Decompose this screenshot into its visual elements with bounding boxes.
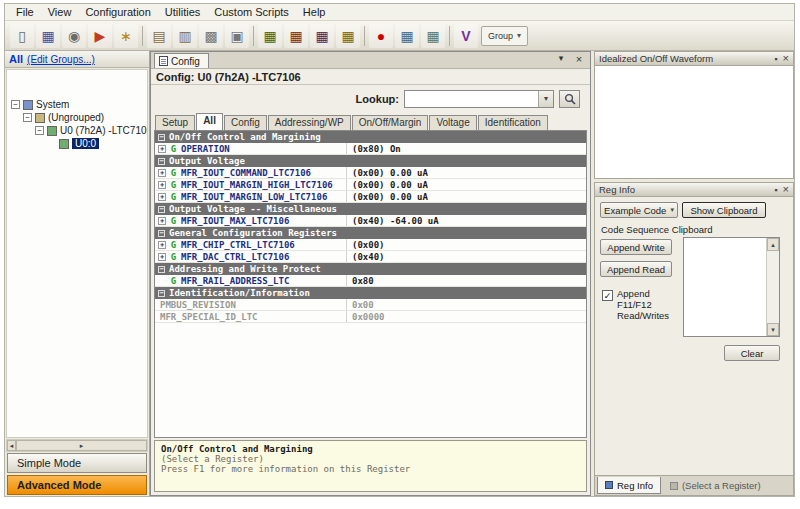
expand-icon[interactable] xyxy=(158,241,166,249)
stop-icon[interactable]: ● xyxy=(369,24,393,48)
append-read-button[interactable]: Append Read xyxy=(600,261,672,277)
collapse-icon[interactable] xyxy=(158,290,165,297)
expand-icon[interactable] xyxy=(158,193,166,201)
tab-setup[interactable]: Setup xyxy=(155,115,195,130)
section-header[interactable]: Addressing and Write Protect xyxy=(155,263,586,275)
scroll-up-icon[interactable] xyxy=(767,238,779,251)
save-icon[interactable]: ▦ xyxy=(36,24,60,48)
close-icon[interactable] xyxy=(783,54,789,64)
tree-node-ungrouped[interactable]: (Ungrouped) xyxy=(7,111,147,124)
register-row-iout-margin-high[interactable]: MFR_IOUT_MARGIN_HIGH_LTC7106 (0x00) 0.00… xyxy=(155,179,586,191)
new-file-icon[interactable]: ▯ xyxy=(10,24,34,48)
pin-icon[interactable] xyxy=(774,185,777,195)
pane-menu-icon[interactable] xyxy=(555,53,567,65)
group-select-icon[interactable]: Group xyxy=(481,26,528,46)
find-icon[interactable]: ◉ xyxy=(62,24,86,48)
code-clipboard-listbox[interactable] xyxy=(683,237,780,337)
paste-icon[interactable]: ▤ xyxy=(147,24,171,48)
chevron-down-icon[interactable] xyxy=(538,91,553,107)
example-code-dropdown[interactable]: Example Code xyxy=(600,202,678,218)
scrollbar-track[interactable] xyxy=(767,251,779,323)
clear-button[interactable]: Clear xyxy=(724,345,780,361)
register-row-pmbus-revision[interactable]: PMBUS_REVISION 0x00 xyxy=(155,299,586,311)
tab-addressing-wp[interactable]: Addressing/WP xyxy=(268,115,351,130)
tree-node-device[interactable]: U0 (7h2A) -LTC7106 xyxy=(7,124,147,137)
chip-compare-icon[interactable]: ▦ xyxy=(395,24,419,48)
advanced-mode-button[interactable]: Advanced Mode xyxy=(7,475,147,495)
menu-view[interactable]: View xyxy=(41,5,79,19)
tab-identification[interactable]: Identification xyxy=(478,115,548,130)
tab-all[interactable]: All xyxy=(196,113,223,130)
section-header[interactable]: General Configuration Registers xyxy=(155,227,586,239)
lookup-combobox[interactable] xyxy=(404,90,554,108)
expand-icon[interactable] xyxy=(158,181,166,189)
section-header[interactable]: Output Voltage -- Miscellaneous xyxy=(155,203,586,215)
register-value: (0x40) -64.00 uA xyxy=(347,216,439,226)
expand-icon[interactable] xyxy=(158,217,166,225)
config-pane-tab[interactable]: Config xyxy=(154,53,209,68)
collapse-icon[interactable] xyxy=(158,206,165,213)
all-group-label[interactable]: All xyxy=(9,53,23,65)
collapse-icon[interactable] xyxy=(158,134,165,141)
ram-to-nvm-icon[interactable]: ▦ xyxy=(284,24,308,48)
expand-icon[interactable] xyxy=(158,145,166,153)
collapse-icon[interactable] xyxy=(158,266,165,273)
tab-config[interactable]: Config xyxy=(224,115,267,130)
section-header[interactable]: Output Voltage xyxy=(155,155,586,167)
tree-node-system[interactable]: System xyxy=(7,98,147,111)
expand-icon[interactable] xyxy=(158,253,166,261)
scroll-left-icon[interactable] xyxy=(7,440,16,451)
register-row-chip-ctrl[interactable]: MFR_CHIP_CTRL_LTC7106 (0x00) xyxy=(155,239,586,251)
chip-sync-icon[interactable]: ▦ xyxy=(421,24,445,48)
lookup-input[interactable] xyxy=(405,91,538,107)
drc-check-icon[interactable]: ▩ xyxy=(199,24,223,48)
menu-help[interactable]: Help xyxy=(296,5,333,19)
verify-icon[interactable]: V xyxy=(454,24,478,48)
tab-select-a-register[interactable]: (Select a Register) xyxy=(662,477,769,494)
collapse-icon[interactable] xyxy=(158,158,165,165)
nvm-to-ram-icon[interactable]: ▦ xyxy=(310,24,334,48)
section-header[interactable]: On/Off Control and Margining xyxy=(155,131,586,143)
collapse-icon[interactable] xyxy=(35,126,44,135)
tree-horizontal-scrollbar[interactable] xyxy=(6,439,148,452)
menu-file[interactable]: File xyxy=(9,5,41,19)
tab-onoff-margin[interactable]: On/Off/Margin xyxy=(352,115,429,130)
copy-icon[interactable]: ▥ xyxy=(173,24,197,48)
register-row-iout-margin-low[interactable]: MFR_IOUT_MARGIN_LOW_LTC7106 (0x00) 0.00 … xyxy=(155,191,586,203)
tab-reg-info[interactable]: Reg Info xyxy=(597,477,661,494)
simple-mode-button[interactable]: Simple Mode xyxy=(7,453,147,473)
collapse-icon[interactable] xyxy=(11,100,20,109)
tab-voltage[interactable]: Voltage xyxy=(429,115,476,130)
edit-groups-link[interactable]: (Edit Groups...) xyxy=(27,54,95,65)
register-row-dac-ctrl[interactable]: MFR_DAC_CTRL_LTC7106 (0x40) xyxy=(155,251,586,263)
show-clipboard-button[interactable]: Show Clipboard xyxy=(682,202,766,218)
program-device-icon[interactable]: ▶ xyxy=(88,24,112,48)
pane-close-icon[interactable] xyxy=(573,53,585,65)
register-row-rail-address[interactable]: MFR_RAIL_ADDRESS_LTC 0x80 xyxy=(155,275,586,287)
register-row-iout-max[interactable]: MFR_IOUT_MAX_LTC7106 (0x40) -64.00 uA xyxy=(155,215,586,227)
listbox-content[interactable] xyxy=(684,238,766,336)
menu-custom-scripts[interactable]: Custom Scripts xyxy=(207,5,296,19)
lookup-search-button[interactable] xyxy=(559,90,580,108)
pc-to-ram-icon[interactable]: ▦ xyxy=(258,24,282,48)
close-icon[interactable] xyxy=(783,185,789,195)
register-row-iout-command[interactable]: MFR_IOUT_COMMAND_LTC7106 (0x00) 0.00 uA xyxy=(155,167,586,179)
listbox-scrollbar[interactable] xyxy=(766,238,779,336)
wizard-icon[interactable]: ∗ xyxy=(114,24,138,48)
register-row-special-id[interactable]: MFR_SPECIAL_ID_LTC 0x0000 xyxy=(155,311,586,323)
pin-icon[interactable] xyxy=(774,54,777,64)
tree-node-rail[interactable]: U0:0 xyxy=(7,137,147,150)
register-row-operation[interactable]: OPERATION (0x80) On xyxy=(155,143,586,155)
collapse-icon[interactable] xyxy=(158,230,165,237)
collapse-icon[interactable] xyxy=(23,113,32,122)
ram-to-pc-icon[interactable]: ▦ xyxy=(336,24,360,48)
scroll-down-icon[interactable] xyxy=(767,323,779,336)
append-f11-checkbox[interactable] xyxy=(602,290,613,301)
menu-utilities[interactable]: Utilities xyxy=(158,5,207,19)
scroll-right-icon[interactable] xyxy=(16,440,147,451)
append-write-button[interactable]: Append Write xyxy=(600,239,672,255)
board-icon[interactable]: ▣ xyxy=(225,24,249,48)
menu-configuration[interactable]: Configuration xyxy=(78,5,157,19)
expand-icon[interactable] xyxy=(158,169,166,177)
section-header[interactable]: Identification/Information xyxy=(155,287,586,299)
